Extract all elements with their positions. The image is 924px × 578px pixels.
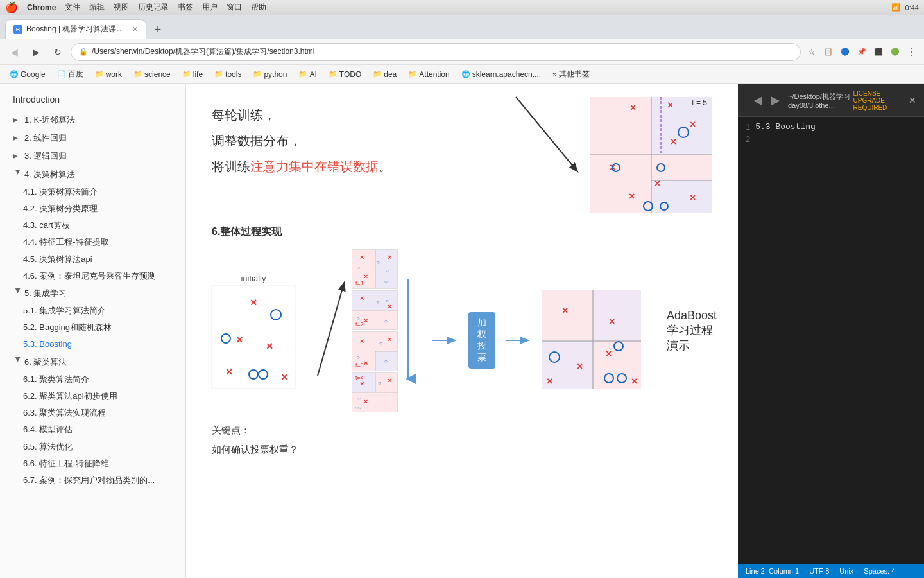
- new-tab-btn[interactable]: +: [149, 21, 167, 39]
- sidebar-item-2[interactable]: ▶ 2. 线性回归: [0, 129, 185, 147]
- svg-text:t=2: t=2: [355, 321, 364, 328]
- key-points-section: 关键点： 如何确认投票权重？: [212, 423, 712, 457]
- right-panel-close-btn[interactable]: ✕: [909, 95, 916, 105]
- training-description: 每轮训练， 调整数据分布， 将训练注意力集中在错误数据。: [212, 97, 506, 187]
- bookmark-dea[interactable]: 📁dea: [368, 68, 401, 81]
- key-points-title: 关键点：: [212, 423, 712, 438]
- forward-btn[interactable]: ▶: [27, 43, 45, 61]
- sidebar-item-5-2[interactable]: 5.2. Bagging和随机森林: [0, 319, 185, 336]
- bookmark-tools[interactable]: 📁tools: [210, 68, 246, 81]
- url-right-icons: ☆ 📋 🔵 📌 ⬛ 🟢 ⋮: [805, 45, 919, 59]
- menu-window[interactable]: 窗口: [227, 2, 242, 13]
- bookmarks-bar: 🌐Google 📄百度 📁work 📁science 📁life 📁tools …: [0, 65, 924, 84]
- active-tab[interactable]: B Boosting | 机器学习算法课程z... ✕: [5, 19, 146, 39]
- sidebar-item-6-5[interactable]: 6.5. 算法优化: [0, 439, 185, 455]
- sidebar-item-5-3[interactable]: 5.3. Boosting: [0, 336, 185, 353]
- sidebar-item-3[interactable]: ▶ 3. 逻辑回归: [0, 147, 185, 165]
- sidebar-item-5-1[interactable]: 5.1. 集成学习算法简介: [0, 302, 185, 319]
- more-btn[interactable]: ⋮: [905, 45, 919, 59]
- svg-text:t=1: t=1: [355, 280, 364, 286]
- svg-text:○: ○: [384, 279, 388, 285]
- bookmark-google[interactable]: 🌐Google: [5, 68, 50, 81]
- initial-scatter-svg: × × × × ×: [212, 286, 295, 389]
- diagonal-arrow: [516, 97, 580, 193]
- iter-chart-3: ○ ○ ○ × × × t=3: [352, 331, 398, 371]
- svg-text:×: ×: [250, 296, 257, 309]
- sidebar-item-6[interactable]: ▶ 6. 聚类算法: [0, 353, 185, 371]
- bookmark-more[interactable]: » 其他书签: [548, 67, 594, 82]
- svg-text:○: ○: [377, 259, 380, 265]
- bookmark-star-icon[interactable]: ☆: [805, 45, 819, 59]
- menu-view[interactable]: 视图: [114, 2, 129, 13]
- sidebar-item-4-1[interactable]: 4.1. 决策树算法简介: [0, 184, 185, 200]
- url-bar[interactable]: 🔒 /Users/sherwin/Desktop/机器学习(算法篇)/集成学习/…: [71, 43, 801, 61]
- sidebar-item-5[interactable]: ▶ 5. 集成学习: [0, 285, 185, 302]
- svg-text:×: ×: [671, 136, 676, 147]
- sidebar-item-6-6[interactable]: 6.6. 特征工程-特征降维: [0, 455, 185, 472]
- svg-text:○: ○: [384, 319, 388, 324]
- menu-bookmarks[interactable]: 书签: [178, 2, 193, 13]
- sidebar: Introduction ▶ 1. K-近邻算法 ▶ 2. 线性回归 ▶ 3. …: [0, 84, 186, 578]
- panel-next-btn[interactable]: ▶: [769, 92, 783, 109]
- reload-btn[interactable]: ↻: [49, 43, 67, 61]
- bookmark-science[interactable]: 📁science: [129, 68, 175, 81]
- bookmark-attention[interactable]: 📁Attention: [404, 68, 454, 81]
- svg-text:×: ×: [360, 294, 364, 302]
- right-panel-title: ~/Desktop/机器学习day08/3.othe...: [788, 92, 850, 109]
- sidebar-item-6-7[interactable]: 6.7. 案例：探究用户对物品类别的...: [0, 472, 185, 489]
- sidebar-item-1[interactable]: ▶ 1. K-近邻算法: [0, 111, 185, 129]
- bookmark-ai[interactable]: 📁AI: [294, 68, 321, 81]
- sidebar-item-4-3[interactable]: 4.3. cart剪枝: [0, 217, 185, 234]
- line-num-1: 1: [746, 122, 750, 132]
- menu-items[interactable]: 🍎 Chrome 文件 编辑 视图 历史记录 书签 用户 窗口 帮助: [5, 1, 891, 13]
- main-area: Introduction ▶ 1. K-近邻算法 ▶ 2. 线性回归 ▶ 3. …: [0, 84, 924, 578]
- svg-text:○: ○: [357, 315, 360, 321]
- extension-icon-2[interactable]: 🔵: [838, 45, 852, 59]
- sidebar-item-4[interactable]: ▶ 4. 决策树算法: [0, 166, 185, 184]
- sidebar-item-4-6[interactable]: 4.6. 案例：泰坦尼克号乘客生存预测: [0, 268, 185, 285]
- sidebar-item-4-5[interactable]: 4.5. 决策树算法api: [0, 251, 185, 268]
- bookmark-sklearn[interactable]: 🌐sklearn.apachecn....: [457, 68, 545, 81]
- extension-icon-3[interactable]: 📌: [855, 45, 869, 59]
- svg-text:×: ×: [388, 376, 391, 384]
- right-panel-header: ◀ ▶ ~/Desktop/机器学习day08/3.othe... LICENS…: [738, 84, 924, 117]
- svg-text:×: ×: [388, 335, 391, 343]
- svg-text:○: ○: [357, 355, 360, 360]
- bookmark-todo[interactable]: 📁TODO: [324, 68, 366, 81]
- bookmark-life[interactable]: 📁life: [178, 68, 207, 81]
- sidebar-item-6-4[interactable]: 6.4. 模型评估: [0, 421, 185, 438]
- bookmark-baidu[interactable]: 📄百度: [53, 67, 88, 82]
- line-code-1: 5.3 Boosting: [755, 122, 816, 132]
- extension-icon-5[interactable]: 🟢: [888, 45, 902, 59]
- svg-text:○: ○: [386, 268, 389, 274]
- extension-icon-4[interactable]: ⬛: [871, 45, 886, 59]
- code-line-1: 1 5.3 Boosting: [746, 122, 916, 132]
- bookmark-work[interactable]: 📁work: [90, 68, 126, 81]
- menu-file[interactable]: 文件: [65, 2, 80, 13]
- menu-help[interactable]: 帮助: [251, 2, 266, 13]
- menu-edit[interactable]: 编辑: [89, 2, 105, 13]
- menu-history[interactable]: 历史记录: [138, 2, 169, 13]
- svg-line-32: [318, 286, 343, 376]
- svg-text:×: ×: [360, 253, 364, 261]
- sidebar-item-6-2[interactable]: 6.2. 聚类算法api初步使用: [0, 388, 185, 405]
- weighted-vote-button[interactable]: 加权投票: [468, 312, 495, 369]
- extension-icon-1[interactable]: 📋: [821, 45, 835, 59]
- sidebar-item-6-1[interactable]: 6.1. 聚类算法简介: [0, 371, 185, 388]
- menu-user[interactable]: 用户: [202, 2, 218, 13]
- tab-close-btn[interactable]: ✕: [132, 25, 138, 33]
- text-line3: 将训练注意力集中在错误数据。: [212, 155, 506, 178]
- svg-text:×: ×: [364, 272, 368, 280]
- sidebar-item-4-2[interactable]: 4.2. 决策树分类原理: [0, 200, 185, 217]
- iter2-svg: ○ ○ ○ ○ × × × t=2: [352, 291, 398, 330]
- menu-chrome[interactable]: Chrome: [27, 3, 56, 12]
- tab-favicon: B: [13, 25, 22, 34]
- svg-text:×: ×: [631, 376, 637, 387]
- panel-prev-btn[interactable]: ◀: [751, 92, 765, 109]
- arrow-icon-4: ▶: [13, 170, 22, 180]
- sidebar-item-6-3[interactable]: 6.3. 聚类算法实现流程: [0, 405, 185, 421]
- bookmark-python[interactable]: 📁python: [248, 68, 291, 81]
- initial-scatter-container: initially × × × × ×: [212, 274, 295, 389]
- back-btn[interactable]: ◀: [5, 43, 23, 61]
- sidebar-item-4-4[interactable]: 4.4. 特征工程-特征提取: [0, 234, 185, 250]
